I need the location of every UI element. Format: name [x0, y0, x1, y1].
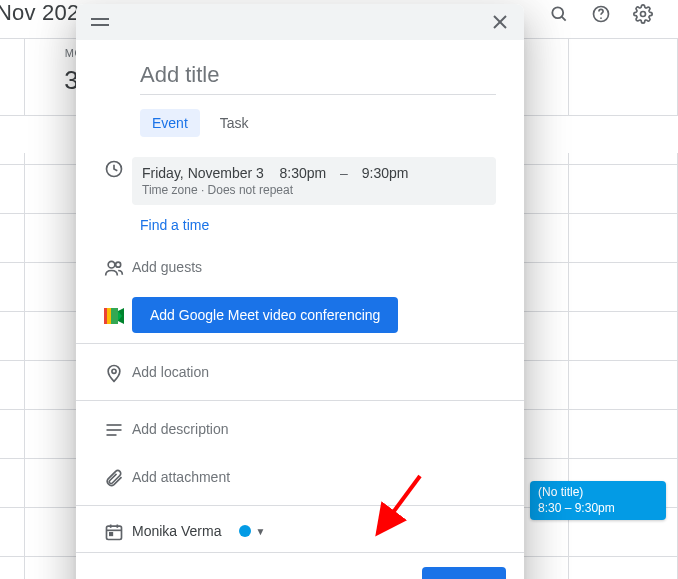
chevron-down-icon[interactable]: ▼	[255, 526, 265, 537]
svg-rect-19	[107, 429, 122, 431]
meet-icon	[96, 306, 132, 324]
svg-point-17	[112, 369, 116, 373]
svg-rect-14	[111, 308, 118, 324]
add-guests-input[interactable]: Add guests	[132, 259, 202, 275]
find-a-time-link[interactable]: Find a time	[140, 211, 508, 243]
clock-icon	[96, 157, 132, 179]
svg-rect-21	[107, 526, 122, 539]
event-title-input[interactable]: Add title	[140, 48, 496, 95]
svg-point-3	[600, 17, 602, 19]
svg-point-4	[641, 12, 646, 17]
svg-rect-18	[107, 424, 122, 426]
save-button[interactable]: Save	[422, 567, 506, 579]
event-end-time: 9:30pm	[362, 165, 409, 181]
calendar-icon	[96, 520, 132, 542]
description-icon	[96, 418, 132, 440]
svg-rect-25	[110, 533, 113, 536]
drag-handle-icon[interactable]	[88, 10, 112, 34]
create-event-dialog: Add title Event Task Friday, November 3 …	[76, 4, 524, 579]
add-location-input[interactable]: Add location	[132, 364, 209, 380]
event-time-block[interactable]: Friday, November 3 8:30pm – 9:30pm Time …	[132, 157, 496, 205]
calendar-event-chip[interactable]: (No title) 8:30 – 9:30pm	[530, 481, 666, 520]
organizer-name[interactable]: Monika Verma	[132, 523, 221, 539]
close-icon[interactable]	[488, 10, 512, 34]
svg-line-1	[562, 17, 566, 21]
svg-point-0	[552, 7, 563, 18]
svg-rect-20	[107, 434, 117, 436]
svg-rect-6	[91, 24, 109, 26]
tab-event[interactable]: Event	[140, 109, 200, 137]
settings-icon[interactable]	[632, 3, 654, 25]
event-chip-time: 8:30 – 9:30pm	[538, 501, 658, 517]
svg-rect-5	[91, 18, 109, 20]
event-color-dot[interactable]	[239, 525, 251, 537]
repeat-link[interactable]: Does not repeat	[208, 183, 293, 197]
location-icon	[96, 361, 132, 383]
attachment-icon	[96, 466, 132, 488]
svg-point-10	[108, 261, 115, 268]
help-icon[interactable]	[590, 3, 612, 25]
timezone-link[interactable]: Time zone	[142, 183, 198, 197]
event-date: Friday, November 3	[142, 165, 264, 181]
search-icon[interactable]	[548, 3, 570, 25]
tab-task[interactable]: Task	[208, 109, 261, 137]
guests-icon	[96, 256, 132, 278]
add-attachment-button[interactable]: Add attachment	[132, 469, 230, 485]
add-meet-button[interactable]: Add Google Meet video conferencing	[132, 297, 398, 333]
svg-point-11	[116, 262, 121, 267]
event-start-time: 8:30pm	[279, 165, 326, 181]
add-description-input[interactable]: Add description	[132, 421, 229, 437]
event-chip-title: (No title)	[538, 485, 658, 501]
